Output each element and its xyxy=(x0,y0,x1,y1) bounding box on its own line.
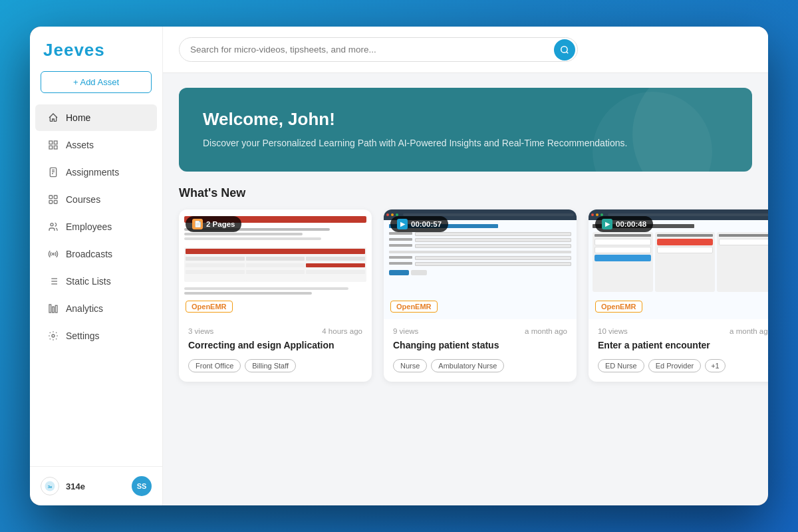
card-2-body: 9 views a month ago Changing patient sta… xyxy=(384,319,577,382)
card-1-tag-1[interactable]: Billing Staff xyxy=(245,359,296,372)
cards-row: 📄 2 Pages OpenEMR 3 views 4 hours ago Co… xyxy=(163,209,768,398)
broadcasts-icon xyxy=(47,248,59,260)
card-3-tag-1[interactable]: Ed Provider xyxy=(648,359,701,372)
sidebar-nav: Home Assets xyxy=(30,104,162,466)
whats-new-title: What's New xyxy=(179,186,752,200)
svg-rect-21 xyxy=(53,307,55,313)
svg-text:3e: 3e xyxy=(48,485,53,489)
svg-rect-9 xyxy=(54,196,57,199)
card-2-tag-1[interactable]: Ambulatory Nurse xyxy=(431,359,504,372)
sidebar-item-label: Courses xyxy=(66,194,100,205)
card-1-meta: 3 views 4 hours ago xyxy=(188,327,362,335)
analytics-icon xyxy=(47,303,59,315)
sidebar-item-label: Settings xyxy=(66,331,100,341)
card-3-meta: 10 views a month ago xyxy=(598,327,768,335)
card-3-tag-0[interactable]: ED Nurse xyxy=(598,359,644,372)
company-name: 314e xyxy=(66,481,125,491)
logo-text: Jeeves xyxy=(43,40,105,60)
top-bar xyxy=(163,27,768,73)
svg-rect-2 xyxy=(49,146,53,149)
courses-icon xyxy=(47,194,59,205)
sidebar-item-label: Employees xyxy=(66,221,112,232)
search-bar xyxy=(179,37,578,62)
sidebar-footer: 3e 314e SS xyxy=(30,466,162,505)
svg-rect-10 xyxy=(49,200,53,203)
sidebar-item-label: Analytics xyxy=(66,303,103,314)
assignments-icon xyxy=(47,166,59,178)
card-1-body: 3 views 4 hours ago Correcting and esign… xyxy=(179,319,372,382)
svg-rect-1 xyxy=(54,141,57,144)
welcome-banner: Welcome, John! Discover your Personalize… xyxy=(179,88,752,172)
home-icon xyxy=(47,112,59,124)
svg-point-13 xyxy=(53,253,55,255)
card-3-tag-extra[interactable]: +1 xyxy=(705,359,726,372)
sidebar-item-assignments[interactable]: Assignments xyxy=(35,159,157,186)
sidebar-item-analytics[interactable]: Analytics xyxy=(35,295,157,322)
card-3-time: a month ago xyxy=(730,327,768,335)
svg-point-12 xyxy=(51,223,53,226)
static-lists-icon xyxy=(47,275,59,287)
card-2-source: OpenEMR xyxy=(390,301,438,313)
card-3[interactable]: ▶ 00:00:48 OpenEMR 10 views a month ago … xyxy=(589,209,768,382)
sidebar-item-label: Home xyxy=(66,112,90,123)
sidebar-item-home[interactable]: Home xyxy=(35,104,157,131)
card-1-title: Correcting and esign Application xyxy=(188,339,362,352)
svg-rect-22 xyxy=(55,305,57,313)
video-icon: ▶ xyxy=(397,219,408,229)
assets-icon xyxy=(47,139,59,151)
card-3-title: Enter a patient encounter xyxy=(598,339,768,352)
app-logo: Jeeves xyxy=(30,27,162,71)
card-2-tag-0[interactable]: Nurse xyxy=(393,359,427,372)
card-2-thumbnail: ▶ 00:00:57 OpenEMR xyxy=(384,209,577,319)
card-2-views: 9 views xyxy=(393,327,418,335)
sidebar-item-label: Assets xyxy=(66,140,94,150)
sidebar-item-courses[interactable]: Courses xyxy=(35,186,157,213)
card-3-badge: ▶ 00:00:48 xyxy=(595,216,653,232)
sidebar-item-assets[interactable]: Assets xyxy=(35,132,157,158)
card-3-tags: ED Nurse Ed Provider +1 xyxy=(598,359,768,372)
card-3-source: OpenEMR xyxy=(595,301,642,313)
svg-rect-11 xyxy=(54,200,57,203)
card-2-title: Changing patient status xyxy=(393,339,567,352)
employees-icon xyxy=(47,221,59,233)
svg-rect-0 xyxy=(49,141,53,144)
card-1-tag-0[interactable]: Front Office xyxy=(188,359,241,372)
video-icon-3: ▶ xyxy=(602,219,612,229)
welcome-subtitle: Discover your Personalized Learning Path… xyxy=(203,136,655,150)
card-2-meta: 9 views a month ago xyxy=(393,327,567,335)
sidebar-item-settings[interactable]: Settings xyxy=(35,323,157,349)
pages-icon: 📄 xyxy=(192,219,203,229)
user-avatar[interactable]: SS xyxy=(132,476,152,496)
card-2[interactable]: ▶ 00:00:57 OpenEMR 9 views a month ago C… xyxy=(384,209,577,382)
sidebar-item-employees[interactable]: Employees xyxy=(35,213,157,240)
card-2-tags: Nurse Ambulatory Nurse xyxy=(393,359,567,372)
add-asset-button[interactable]: + Add Asset xyxy=(41,71,152,93)
svg-rect-8 xyxy=(49,196,53,199)
settings-icon xyxy=(47,330,59,342)
card-3-body: 10 views a month ago Enter a patient enc… xyxy=(589,319,768,382)
card-2-time: a month ago xyxy=(525,327,567,335)
sidebar-item-label: Broadcasts xyxy=(66,249,112,259)
card-3-views: 10 views xyxy=(598,327,628,335)
search-input[interactable] xyxy=(179,37,578,62)
card-1-thumbnail: 📄 2 Pages OpenEMR xyxy=(179,209,372,319)
card-1-badge: 📄 2 Pages xyxy=(186,216,241,232)
sidebar-item-static-lists[interactable]: Static Lists xyxy=(35,268,157,295)
card-1-source: OpenEMR xyxy=(186,301,233,313)
sidebar-item-broadcasts[interactable]: Broadcasts xyxy=(35,241,157,267)
sidebar-item-label: Static Lists xyxy=(66,276,111,287)
card-3-thumbnail: ▶ 00:00:48 OpenEMR xyxy=(589,209,768,319)
svg-rect-3 xyxy=(54,146,57,149)
content-area: Welcome, John! Discover your Personalize… xyxy=(163,73,768,505)
svg-point-26 xyxy=(561,46,567,52)
svg-point-23 xyxy=(52,334,55,337)
search-button[interactable] xyxy=(554,39,575,61)
svg-rect-20 xyxy=(49,305,51,313)
card-1[interactable]: 📄 2 Pages OpenEMR 3 views 4 hours ago Co… xyxy=(179,209,372,382)
welcome-title: Welcome, John! xyxy=(203,109,728,130)
sidebar-item-label: Assignments xyxy=(66,167,119,178)
card-2-badge: ▶ 00:00:57 xyxy=(390,216,448,232)
main-content: Welcome, John! Discover your Personalize… xyxy=(163,27,768,505)
company-logo: 3e xyxy=(41,477,59,495)
card-1-views: 3 views xyxy=(188,327,213,335)
